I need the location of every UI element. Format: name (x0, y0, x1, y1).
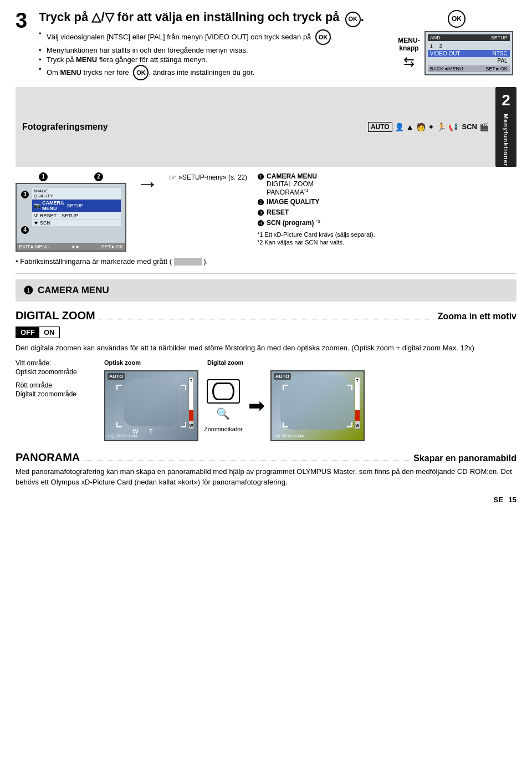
ok-inline: OK (315, 29, 331, 45)
bullet-3: Tryck på MENU flera gånger för att stäng… (39, 55, 389, 64)
panorama-body: Med panoramafotografering kan man skapa … (16, 466, 516, 488)
page-footer: SE 15 (16, 496, 516, 504)
lcd-big-container: 1 2 3 4 IMAGEQUALITY � (16, 172, 126, 252)
zoom-indicator-col: 🔍 Zoomindikator (204, 379, 243, 432)
mode-icons: AUTO 👤 ▲ 🧑 ✦ 🏃 📢 SCN 🎬 (368, 122, 489, 132)
night-icon: ✦ (428, 123, 434, 131)
menu-num-4: ❹ (257, 219, 264, 228)
factory-note: • Fabriksinställningarna är markerade me… (16, 257, 516, 266)
zoom-col-labels: Optisk zoom Digital zoom (104, 359, 243, 368)
row-circle-4: 4 (21, 226, 29, 234)
menu-knapp-label: MENU-knapp (398, 37, 420, 52)
lcd-row-ntsc: VIDEO OUT NTSC (428, 50, 510, 57)
factory-note-end: ). (203, 257, 208, 266)
rott-label: Rött område: (16, 381, 93, 389)
t-label-2: T (355, 379, 360, 382)
cam-overlay-top-1: AUTO (108, 373, 125, 380)
ok-badge: OK (345, 12, 361, 27)
hand-icon: ☞ (168, 172, 176, 183)
camera-menu-heading-label: CAMERA MENU (38, 285, 109, 296)
digital-zoom-right-label: Zooma in ett motiv (438, 312, 516, 322)
page-num-display: 2 (502, 91, 510, 109)
digital-zoom-body: Den digitala zoomen kan användas för att… (16, 343, 516, 354)
menu-info-block: ❶ CAMERA MENU DIGITAL ZOOM PANORAMA*1 ❷ … (257, 172, 516, 247)
vitt-label: Vitt område: (16, 359, 93, 367)
page-num-footer: 15 (509, 496, 516, 504)
ok-inline2: OK (133, 65, 149, 80)
lcd-video-out-label: VIDEO OUT (430, 50, 461, 57)
footnote-2: *2 Kan väljas när SCN har valts. (257, 239, 516, 246)
cam-screen-inner-1: AUTO HQ 2592×1944 T W W T (105, 371, 197, 440)
w-label-1: W (189, 424, 193, 427)
w-label-2: W (355, 424, 360, 427)
lcd-back-label: BACK◄MENU (430, 66, 463, 72)
panorama-heading-label: PANORAMA (16, 451, 80, 464)
bullet-1: Välj videosignalen [NTSC] eller [PAL] fr… (39, 29, 389, 45)
reset-label: RESET (40, 213, 57, 218)
panorama-info-label: PANORAMA (267, 188, 304, 196)
toggle-on-label: ON (39, 327, 59, 338)
camera-menu-icon: 📷 (34, 202, 40, 208)
digital-zoom-col-label: Digital zoom (207, 359, 243, 366)
cam-screen-1: AUTO HQ 2592×1944 T W W T (104, 370, 198, 441)
scn-label: SCN (40, 220, 50, 226)
panorama-right-label: Skapar en panoramabild (413, 453, 516, 463)
toggle-off-label: OFF (16, 327, 39, 338)
corner-tr-1 (181, 385, 186, 390)
optiskt-label: Optiskt zoomområde (16, 368, 93, 376)
digital-zoom-dots (99, 319, 434, 319)
setup-ref-block: ☞ »SETUP-meny» (s. 22) (168, 172, 247, 183)
reset-icon: ↺ (34, 213, 38, 218)
row-circle-3: 3 (21, 191, 29, 198)
step-title-block: Tryck på △/▽ för att välja en inställnin… (39, 10, 389, 81)
w-label: W (133, 429, 138, 435)
magnify-icon: 🔍 (216, 407, 230, 420)
corner-br-1 (181, 422, 186, 427)
corner-tl-1 (116, 385, 122, 390)
camera-menu-num: ❶ (23, 284, 33, 297)
lcd-big: 3 4 IMAGEQUALITY 📷 CAMERAMENU SETUP (16, 183, 126, 252)
menu-info-row-2: ❷ IMAGE QUALITY (257, 198, 516, 207)
lens-right (223, 382, 234, 400)
off-on-toggle[interactable]: OFF ON (16, 327, 60, 338)
foto-menu-title: Fotograferingsmeny (22, 122, 108, 132)
setup-ref-text: »SETUP-meny» (s. 22) (178, 174, 247, 181)
digital-zoom-info-label: DIGITAL ZOOM (267, 180, 314, 188)
lcd-item-reset: ↺ RESET SETUP (32, 212, 121, 219)
zoom-indicator-shape (207, 379, 240, 404)
divider (16, 273, 516, 274)
panorama-heading: PANORAMA Skapar en panoramabild (16, 451, 516, 464)
lcd-big-body: 3 4 IMAGEQUALITY 📷 CAMERAMENU SETUP (17, 184, 125, 241)
movie-icon: 🎬 (479, 123, 489, 131)
wt-labels: W T (133, 429, 153, 435)
bullet-4: Om MENU trycks ner före OK, ändras inte … (39, 65, 389, 80)
corner-bl-2 (283, 422, 288, 427)
lcd-title-bar: AND SETUP (428, 34, 510, 41)
landscape-icon: ▲ (406, 123, 414, 131)
menu-info-row-3: ❸ RESET (257, 208, 516, 217)
lcd-set-ok-label: SET►OK (101, 244, 123, 249)
cam-screen-inner-2: AUTO HQ 2592×1944 T W (272, 371, 364, 440)
auto-badge: AUTO (368, 122, 392, 132)
lcd-ntsc-value: NTSC (492, 50, 507, 57)
menu-info-row-4: ❹ SCN (program)*2 (257, 219, 516, 228)
zoom-bar-1: T W (188, 377, 194, 429)
optisk-zoom-col-label: Optisk zoom (104, 359, 141, 366)
footnote-block: *1 Ett xD-Picture Card krävs (säljs sepa… (257, 231, 516, 246)
lcd-item-image-quality: IMAGEQUALITY (32, 188, 121, 199)
scn-info-label: SCN (program) (267, 219, 314, 227)
zoom-label-col: Vitt område: Optiskt zoomområde Rött omr… (16, 359, 93, 399)
panorama-dots (83, 461, 410, 461)
circle-labels-row: 1 2 (16, 172, 126, 181)
step-right: OK MENU-knapp ⇆ AND SETUP 1 2 VIDEO OUT … (395, 10, 516, 75)
corner-bl-1 (116, 422, 122, 427)
lcd-setup-screen: AND SETUP 1 2 VIDEO OUT NTSC PAL BACK◄ME… (424, 31, 513, 75)
lcd-set-label: SET►OK (485, 66, 507, 72)
foto-menu-bar: Fotograferingsmeny AUTO 👤 ▲ 🧑 ✦ 🏃 📢 SCN … (16, 87, 516, 167)
factory-note-text: Fabriksinställningarna är markerade med … (20, 257, 172, 266)
camera-menu-info-label: CAMERA MENU (267, 172, 317, 180)
lens-left (212, 382, 223, 400)
lcd-row-pal: PAL (428, 57, 510, 64)
step-number: 3 (16, 10, 33, 31)
page-num-side: 2 Menyfunktioner (495, 87, 516, 167)
